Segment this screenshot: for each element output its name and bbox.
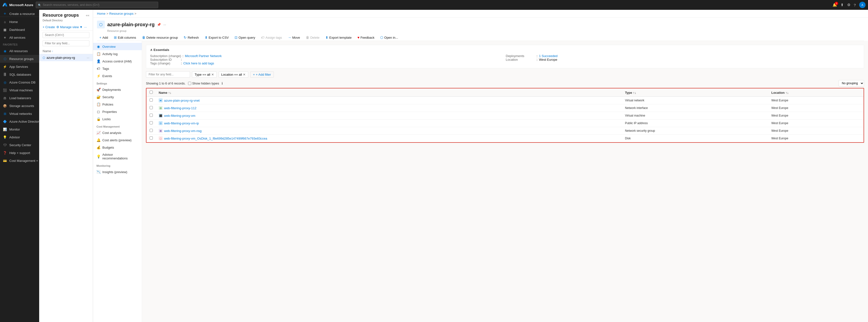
show-hidden-checkbox-label[interactable]: Show hidden types: [188, 82, 219, 85]
sidebar-item-all-services[interactable]: ≡ All services: [0, 34, 39, 41]
show-hidden-checkbox[interactable]: [188, 82, 191, 85]
all-resources-icon: ◉: [3, 49, 7, 53]
add-filter-button[interactable]: + + Add filter: [250, 71, 274, 77]
row-checkbox[interactable]: [150, 114, 153, 117]
resource-name-link[interactable]: ⊠ web-filtering-proxy-vm-nsg: [159, 129, 619, 133]
resource-name-link[interactable]: ◌ web-filtering-proxy-vm_OsDisk_1_f8e699…: [159, 136, 619, 140]
sidebar-item-monitor[interactable]: 📊 Monitor: [0, 125, 39, 133]
action-assign-tags-button[interactable]: 🏷 Assign tags: [258, 34, 284, 41]
rg-manage-view-button[interactable]: ⚙ Manage view ▼: [56, 25, 83, 29]
resource-name-link[interactable]: ⬌ azure-plain-proxy-rg-vnet: [159, 98, 619, 102]
nav-item-insights[interactable]: 📉 Insights (preview): [93, 168, 142, 175]
sidebar-item-dashboard[interactable]: ▦ Dashboard: [0, 26, 39, 34]
nav-item-policies[interactable]: 📋 Policies: [93, 101, 142, 108]
action-move-button[interactable]: → Move: [285, 34, 302, 41]
rg-list-item[interactable]: ⬡ azure-plain-proxy-rg ···: [39, 54, 93, 61]
subscription-value[interactable]: Microsoft Partner Network: [185, 54, 222, 58]
action-delete-button[interactable]: 🗑 Delete: [303, 34, 322, 41]
help-icon[interactable]: ?: [854, 3, 856, 7]
sidebar-item-load-balancers[interactable]: ⚖ Load balancers: [0, 94, 39, 102]
sidebar-item-all-resources[interactable]: ◉ All resources: [0, 47, 39, 55]
resource-type-icon: ⊠: [159, 129, 163, 133]
nav-item-overview[interactable]: ◉ Overview: [93, 43, 142, 50]
table-row: ◌ web-filtering-proxy-vm_OsDisk_1_f8e699…: [147, 135, 864, 142]
sidebar-item-cosmos-db[interactable]: ◎ Azure Cosmos DB: [0, 78, 39, 86]
sidebar-item-security-center[interactable]: 🛡 Security Center: [0, 141, 39, 149]
row-checkbox[interactable]: [150, 106, 153, 109]
page-title: azure-plain-proxy-rg: [107, 22, 155, 27]
rg-panel-title: Resource groups: [42, 13, 79, 18]
sidebar-item-help-support[interactable]: ❓ Help + support: [0, 149, 39, 157]
sidebar-item-advisor[interactable]: 💡 Advisor: [0, 133, 39, 141]
rg-more-button[interactable]: ···: [84, 25, 87, 29]
avatar[interactable]: A: [859, 2, 866, 8]
resource-name-link[interactable]: ⊟ web-filtering-proxy-112: [159, 106, 619, 110]
action-export-template-button[interactable]: ⬇ Export template: [323, 34, 354, 41]
row-checkbox[interactable]: [150, 121, 153, 124]
nav-item-deployments[interactable]: 🚀 Deployments: [93, 86, 142, 93]
sidebar-item-app-services[interactable]: ⚡ App Services: [0, 63, 39, 70]
action-open-query-button[interactable]: ⊡ Open query: [232, 34, 257, 41]
rg-item-more-icon[interactable]: ···: [87, 56, 89, 60]
settings-icon[interactable]: ⚙: [847, 3, 850, 7]
type-filter-clear-icon[interactable]: ✕: [211, 73, 214, 76]
table-th-type[interactable]: Type ↑↓: [622, 89, 768, 97]
action-refresh-button[interactable]: ↻ Refresh: [181, 34, 201, 41]
rg-panel-collapse-icon[interactable]: «: [86, 13, 89, 17]
resource-name-link[interactable]: ⊙ web-filtering-proxy-vm-ip: [159, 121, 619, 125]
nav-item-tags[interactable]: 🏷 Tags: [93, 65, 142, 72]
type-filter-tag[interactable]: Type == all ✕: [192, 71, 217, 77]
global-search-box[interactable]: [36, 2, 158, 8]
rg-search-input[interactable]: [42, 32, 89, 38]
notifications-icon[interactable]: 🔔 3: [833, 3, 837, 7]
action-delete-rg-button[interactable]: 🗑 Delete resource group: [140, 34, 181, 41]
nav-item-events[interactable]: ⚡ Events: [93, 72, 142, 79]
resources-filter-input[interactable]: [146, 71, 190, 77]
nav-item-access-control[interactable]: 👤 Access control (IAM): [93, 58, 142, 65]
pin-icon[interactable]: 📌: [157, 23, 161, 27]
row-checkbox[interactable]: [150, 98, 153, 102]
rg-create-button[interactable]: + Create: [42, 25, 55, 29]
nav-item-cost-analysis[interactable]: 📈 Cost analysis: [93, 129, 142, 136]
location-filter-tag[interactable]: Location == all ✕: [219, 71, 249, 77]
upload-icon[interactable]: ⬆: [841, 3, 844, 7]
nav-item-properties[interactable]: ◻ Properties: [93, 108, 142, 115]
rg-filter-input[interactable]: [42, 40, 89, 46]
nav-label-tags: Tags: [102, 67, 109, 70]
sidebar-item-azure-ad[interactable]: 🔷 Azure Active Directory: [0, 118, 39, 125]
search-input[interactable]: [43, 3, 156, 7]
deployments-value[interactable]: 1 Succeeded: [539, 54, 558, 58]
row-checkbox[interactable]: [150, 136, 153, 139]
nav-item-security[interactable]: 🔐 Security: [93, 93, 142, 101]
action-feedback-button[interactable]: ♥ Feedback: [355, 34, 377, 41]
sidebar-item-resource-groups[interactable]: ⬡ Resource groups: [0, 55, 39, 63]
sidebar-item-cost-billing[interactable]: 💳 Cost Management + Billing: [0, 157, 39, 165]
breadcrumb-rg-link[interactable]: Resource groups: [109, 12, 133, 15]
nav-item-cost-alerts[interactable]: 🔔 Cost alerts (preview): [93, 136, 142, 144]
create-resource-button[interactable]: + Create a resource: [0, 10, 39, 17]
grouping-select[interactable]: No grouping: [839, 80, 864, 87]
action-add-button[interactable]: + Add: [97, 34, 111, 41]
nav-item-budgets[interactable]: 💰 Budgets: [93, 144, 142, 151]
nav-item-advisor-recs[interactable]: 💡 Advisor recommendations: [93, 151, 142, 162]
location-filter-clear-icon[interactable]: ✕: [243, 73, 246, 76]
action-edit-columns-button[interactable]: ⊞ Edit columns: [112, 34, 138, 41]
sidebar-item-storage-accounts[interactable]: 📦 Storage accounts: [0, 102, 39, 110]
action-export-csv-button[interactable]: ⬇ Export to CSV: [202, 34, 231, 41]
nav-item-activity-log[interactable]: 📋 Activity log: [93, 50, 142, 58]
table-th-name[interactable]: Name ↑↓: [156, 89, 622, 97]
table-th-location[interactable]: Location ↑↓: [768, 89, 863, 97]
breadcrumb-home-link[interactable]: Home: [97, 12, 105, 15]
nav-item-locks[interactable]: 🔒 Locks: [93, 115, 142, 123]
tags-value[interactable]: Click here to add tags: [183, 61, 214, 65]
action-open-in-button[interactable]: ⬡ Open in...: [378, 34, 400, 41]
sidebar-item-virtual-machines[interactable]: ⬛ Virtual machines: [0, 86, 39, 94]
row-checkbox[interactable]: [150, 129, 153, 132]
sidebar-item-sql-databases[interactable]: 🗄 SQL databases: [0, 70, 39, 78]
resource-name-link[interactable]: ⬛ web-filtering-proxy-vm: [159, 114, 619, 118]
select-all-checkbox[interactable]: [150, 91, 153, 94]
sidebar-item-virtual-networks[interactable]: ⊞ Virtual networks: [0, 110, 39, 118]
topbar: Microsoft Azure 🔔 3 ⬆ ⚙ ? A: [0, 0, 868, 10]
detail-more-icon[interactable]: ···: [163, 23, 166, 27]
sidebar-item-home[interactable]: ⌂ Home: [0, 18, 39, 26]
